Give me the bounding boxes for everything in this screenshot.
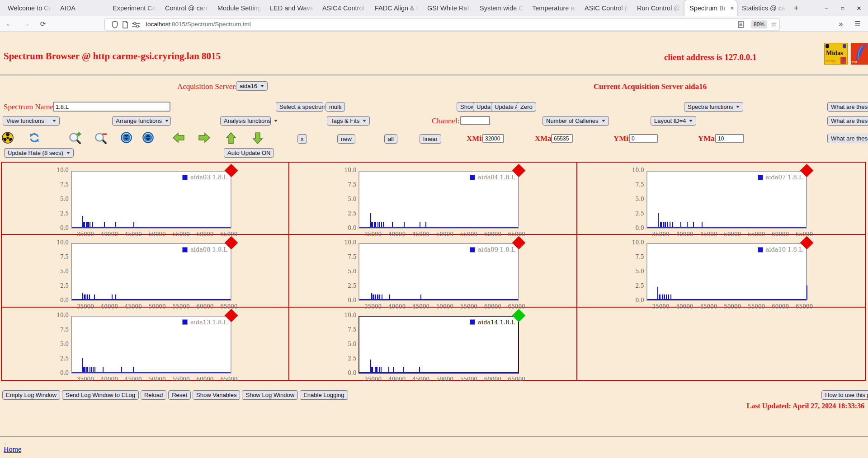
bookmark-star-icon[interactable]: ☆	[771, 20, 777, 28]
reload-button[interactable]: ⟳	[37, 18, 49, 30]
tab-fadc-align-c[interactable]: FADC Align & C	[370, 0, 422, 16]
tab-control-carm[interactable]: Control @ carm	[160, 0, 212, 16]
tab-run-control[interactable]: Run Control @	[632, 0, 684, 16]
view-functions-select[interactable]: View functions	[3, 116, 60, 126]
spectrum-chart-aida07[interactable]: 10.07.55.02.50.0aida07 1.8.L350004000045…	[632, 166, 810, 235]
tab-module-setting[interactable]: Module Setting	[212, 0, 265, 16]
zero-button[interactable]: Zero	[517, 102, 536, 112]
back-button[interactable]: ←	[4, 18, 15, 30]
reader-mode-icon[interactable]	[738, 21, 744, 28]
spectrum-chart-aida10[interactable]: 10.07.55.02.50.0aida10 1.8.L350004000045…	[632, 238, 810, 307]
arrow-down-icon[interactable]	[252, 132, 264, 145]
ymax-input[interactable]	[715, 134, 744, 143]
enable-logging-button[interactable]: Enable Logging	[300, 390, 348, 400]
zoom-out-icon[interactable]	[94, 132, 108, 145]
histogram-baseline	[359, 299, 518, 300]
reset-button[interactable]: Reset	[168, 390, 191, 400]
arrange-functions-select[interactable]: Arrange functions	[112, 116, 171, 126]
tab-led-and-wavef[interactable]: LED and Wavef	[265, 0, 317, 16]
plot-area-aida08[interactable]: aida08 1.8.L	[71, 243, 231, 301]
spectrum-chart-aida09[interactable]: 10.07.55.02.50.0aida09 1.8.L350004000045…	[344, 238, 522, 307]
spectrum-name-input[interactable]	[53, 102, 170, 112]
hamburger-menu-icon[interactable]: ☰	[852, 18, 863, 30]
arrow-up-icon[interactable]	[225, 132, 237, 145]
tab-gsi-white-rabb[interactable]: GSI White Rabb	[422, 0, 475, 16]
plot-area-aida09[interactable]: aida09 1.8.L	[359, 243, 519, 301]
select-a-spectrum-select[interactable]: Select a spectrum	[276, 102, 323, 112]
plot-area-aida10[interactable]: aida10 1.8.L	[646, 243, 807, 301]
plot-area-aida13[interactable]: aida13 1.8.L	[71, 316, 231, 374]
tab-asic4-control[interactable]: ASIC4 Control	[317, 0, 370, 16]
arrow-left-icon[interactable]	[172, 132, 185, 144]
zoom-in-icon[interactable]	[69, 132, 82, 145]
arrow-right-icon[interactable]	[198, 132, 211, 144]
spectrum-chart-aida08[interactable]: 10.07.55.02.50.0aida08 1.8.L350004000045…	[56, 238, 235, 307]
zoom-level-badge[interactable]: 80%	[751, 20, 767, 28]
tab-temperature-an[interactable]: Temperature an	[527, 0, 580, 16]
x-button[interactable]: x	[297, 134, 307, 144]
acquisition-server-select[interactable]: aida16	[236, 81, 268, 91]
legend-label: aida08 1.8.L	[190, 246, 227, 253]
tab-experiment-con[interactable]: Experiment Con	[108, 0, 160, 16]
spectrum-chart-aida04[interactable]: 10.07.55.02.50.0aida04 1.8.L350004000045…	[344, 166, 522, 235]
y-tick-label: 0.0	[56, 370, 69, 376]
number-of-galleries-select[interactable]: Number of Galleries	[542, 116, 609, 126]
maximize-icon[interactable]: □	[835, 0, 851, 16]
forward-button[interactable]: →	[20, 18, 32, 30]
expand-icon[interactable]	[142, 132, 154, 143]
xmax-input[interactable]	[551, 134, 573, 143]
tab-close-icon[interactable]: ✕	[729, 5, 734, 11]
update-rate-select[interactable]: Update Rate (8 secs)	[4, 148, 74, 158]
page-info-icon[interactable]	[122, 21, 128, 28]
layout-id-select[interactable]: Layout ID=4	[651, 116, 696, 126]
permissions-icon[interactable]	[132, 22, 140, 28]
collapse-icon[interactable]	[121, 132, 132, 143]
auto-update-button[interactable]: Auto Update ON	[224, 148, 274, 158]
spectrum-chart-aida13[interactable]: 10.07.55.02.50.0aida13 1.8.L350004000045…	[56, 311, 235, 380]
tab-system-wide-c[interactable]: System wide C	[475, 0, 527, 16]
x-tick-label: 35000	[361, 376, 385, 383]
tab-aida[interactable]: AIDA	[55, 0, 108, 16]
spectrum-chart-aida14[interactable]: 10.07.55.02.50.0aida14 1.8.L350004000045…	[344, 311, 522, 380]
spectra-functions-value: Spectra functions	[688, 103, 733, 110]
shield-icon[interactable]	[111, 21, 118, 28]
plot-area-aida14[interactable]: aida14 1.8.L	[359, 316, 519, 374]
reload-button[interactable]: Reload	[141, 390, 166, 400]
minimize-icon[interactable]: –	[818, 0, 835, 16]
empty-log-window-button[interactable]: Empty Log Window	[2, 390, 60, 400]
url-bar[interactable]: localhost:8015/Spectrum/Spectrum.tml 80%…	[104, 18, 780, 30]
how-to-use-button[interactable]: How to use this page	[821, 390, 868, 400]
what-are-these-button-3[interactable]: What are these?	[827, 134, 868, 143]
plot-area-aida07[interactable]: aida07 1.8.L	[646, 171, 807, 229]
analysis-functions-select[interactable]: Analysis functions	[220, 116, 271, 126]
tags-fits-select[interactable]: Tags & Fits	[327, 116, 370, 126]
channel-input[interactable]	[460, 116, 490, 125]
multi-button[interactable]: multi	[326, 102, 345, 112]
new-button[interactable]: new	[337, 134, 355, 144]
radioactive-icon[interactable]	[2, 132, 14, 144]
spectrum-chart-aida03[interactable]: 10.07.55.02.50.0aida03 1.8.L350004000045…	[56, 166, 235, 235]
all-button[interactable]: all	[384, 134, 397, 144]
xmin-input[interactable]	[482, 134, 504, 143]
show-variables-button[interactable]: Show Variables	[193, 390, 240, 400]
what-are-these-button-1[interactable]: What are these?	[827, 102, 868, 112]
home-link[interactable]: Home	[4, 445, 21, 453]
refresh-icon[interactable]	[28, 132, 40, 144]
tab-asic-control-c[interactable]: ASIC Control (C	[580, 0, 632, 16]
overflow-chevrons-icon[interactable]: »	[835, 18, 847, 30]
x-tick-label: 50000	[146, 376, 169, 383]
show-log-window-button[interactable]: Show Log Window	[242, 390, 298, 400]
tab-statistics-ca[interactable]: Statistics @ ca	[737, 0, 789, 16]
url-text[interactable]: localhost:8015/Spectrum/Spectrum.tml	[146, 21, 251, 28]
ymin-input[interactable]	[629, 134, 658, 143]
close-icon[interactable]: ✕	[851, 0, 867, 16]
tab-spectrum-br[interactable]: Spectrum Br✕	[684, 0, 737, 16]
spectra-functions-select[interactable]: Spectra functions	[684, 102, 743, 112]
send-log-window-to-elog-button[interactable]: Send Log Window to ELog	[62, 390, 139, 400]
tab-welcome-to-ce[interactable]: Welcome to Ce	[3, 0, 55, 16]
what-are-these-button-2[interactable]: What are these?	[827, 116, 868, 126]
plot-area-aida04[interactable]: aida04 1.8.L	[359, 171, 519, 229]
plot-area-aida03[interactable]: aida03 1.8.L	[71, 171, 231, 229]
new-tab-button[interactable]: +	[789, 0, 803, 16]
linear-button[interactable]: linear	[420, 134, 441, 144]
